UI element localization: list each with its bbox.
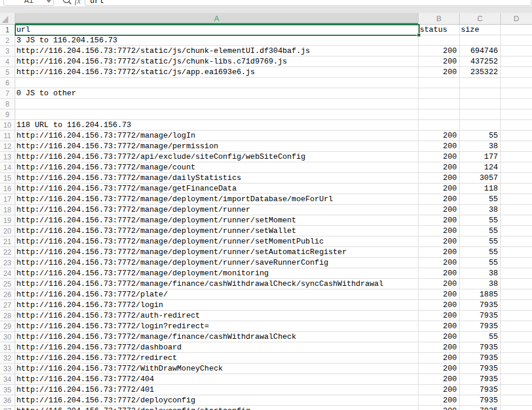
cell-size[interactable]: 1885 (460, 289, 501, 299)
cell-d[interactable] (501, 395, 532, 405)
cell-status[interactable]: 200 (419, 152, 460, 162)
cell-url[interactable]: http://116.204.156.73:7772/auth-redirect (15, 311, 419, 321)
cell-url[interactable]: http://116.204.156.73:7772/manage/deploy… (15, 205, 419, 215)
row-header[interactable]: 20 (0, 226, 15, 236)
cell-status[interactable]: 200 (419, 141, 460, 151)
cell-url[interactable] (15, 78, 419, 88)
cell-status[interactable]: status (419, 25, 460, 35)
cell-url[interactable]: http://116.204.156.73:7772/static/js/app… (15, 67, 419, 77)
column-header-b[interactable]: B (419, 13, 460, 24)
cell-d[interactable] (501, 78, 532, 88)
cell-status[interactable]: 200 (419, 215, 460, 225)
row-header[interactable]: 26 (0, 289, 15, 299)
cell-status[interactable] (419, 88, 460, 98)
cell-d[interactable] (501, 25, 532, 35)
cell-status[interactable]: 200 (419, 46, 460, 56)
cell-size[interactable]: 7935 (460, 300, 501, 310)
cell-url[interactable]: http://116.204.156.73:7772/static/js/chu… (15, 56, 419, 66)
cell-url[interactable]: http://116.204.156.73:7772/manage/deploy… (15, 215, 419, 225)
cell-url[interactable]: http://116.204.156.73:7772/manage/logIn (15, 131, 419, 141)
cell-d[interactable] (501, 205, 532, 215)
row-header[interactable]: 13 (0, 152, 15, 162)
cell-d[interactable] (501, 300, 532, 310)
cell-url[interactable]: http://116.204.156.73:7772/WithDrawMoney… (15, 364, 419, 374)
cell-d[interactable] (501, 289, 532, 299)
cell-url[interactable]: http://116.204.156.73:7772/manage/deploy… (15, 258, 419, 268)
row-header[interactable]: 31 (0, 342, 15, 352)
cell-size[interactable]: size (460, 25, 501, 35)
cell-status[interactable]: 200 (419, 395, 460, 405)
cell-status[interactable] (419, 35, 460, 45)
cell-size[interactable]: 55 (460, 215, 501, 225)
cell-size[interactable]: 55 (460, 226, 501, 236)
cell-status[interactable]: 200 (419, 364, 460, 374)
row-header[interactable]: 15 (0, 173, 15, 183)
fx-icon[interactable]: fx (75, 0, 81, 6)
cell-d[interactable] (501, 385, 532, 395)
row-header[interactable]: 27 (0, 300, 15, 310)
row-header[interactable]: 37 (0, 406, 15, 410)
cell-url[interactable]: 0 JS to other (15, 88, 419, 98)
cell-d[interactable] (501, 173, 532, 183)
cell-size[interactable]: 55 (460, 131, 501, 141)
cell-size[interactable]: 118 (460, 184, 501, 194)
cell-size[interactable]: 177 (460, 152, 501, 162)
cell-url[interactable]: http://116.204.156.73:7772/401 (15, 385, 419, 395)
cell-url[interactable]: 3 JS to 116.204.156.73 (15, 35, 419, 45)
cell-status[interactable]: 200 (419, 56, 460, 66)
cell-size[interactable]: 38 (460, 141, 501, 151)
cell-url[interactable]: http://116.204.156.73:7772/manage/count (15, 162, 419, 172)
formula-input[interactable]: url (85, 0, 531, 6)
name-box[interactable]: A1 (4, 0, 54, 6)
cell-url[interactable]: http://116.204.156.73:7772/manage/deploy… (15, 194, 419, 204)
cell-size[interactable]: 38 (460, 268, 501, 278)
row-header[interactable]: 16 (0, 184, 15, 194)
cell-size[interactable]: 55 (460, 332, 501, 342)
cell-status[interactable]: 200 (419, 406, 460, 410)
row-header[interactable]: 17 (0, 194, 15, 204)
cell-d[interactable] (501, 35, 532, 45)
cell-size[interactable]: 7935 (460, 385, 501, 395)
cell-size[interactable]: 3057 (460, 173, 501, 183)
cell-size[interactable]: 7935 (460, 311, 501, 321)
cell-url[interactable]: http://116.204.156.73:7772/manage/deploy… (15, 226, 419, 236)
cell-url[interactable]: url (15, 25, 419, 35)
row-header[interactable]: 32 (0, 353, 15, 363)
cell-url[interactable]: http://116.204.156.73:7772/manage/deploy… (15, 236, 419, 246)
row-header[interactable]: 8 (0, 99, 15, 109)
row-header[interactable]: 2 (0, 35, 15, 45)
cell-status[interactable]: 200 (419, 67, 460, 77)
row-header[interactable]: 9 (0, 109, 15, 119)
cell-url[interactable]: http://116.204.156.73:7772/manage/deploy… (15, 268, 419, 278)
cell-size[interactable]: 7935 (460, 406, 501, 410)
row-header[interactable]: 4 (0, 56, 15, 66)
cell-status[interactable]: 200 (419, 374, 460, 384)
cell-size[interactable]: 694746 (460, 46, 501, 56)
cell-d[interactable] (501, 364, 532, 374)
cell-status[interactable]: 200 (419, 258, 460, 268)
cell-size[interactable] (460, 78, 501, 88)
name-box-dropdown-icon[interactable] (46, 0, 51, 3)
cell-d[interactable] (501, 279, 532, 289)
cell-d[interactable] (501, 152, 532, 162)
cell-url[interactable]: http://116.204.156.73:7772/manage/financ… (15, 279, 419, 289)
select-all-corner[interactable] (0, 13, 15, 24)
cell-url[interactable]: http://116.204.156.73:7772/dashboard (15, 342, 419, 352)
cell-status[interactable]: 200 (419, 131, 460, 141)
cell-status[interactable]: 200 (419, 247, 460, 257)
row-header[interactable]: 34 (0, 374, 15, 384)
cell-status[interactable]: 200 (419, 289, 460, 299)
cell-d[interactable] (501, 88, 532, 98)
cell-size[interactable] (460, 109, 501, 119)
cell-status[interactable]: 200 (419, 173, 460, 183)
cell-status[interactable]: 200 (419, 300, 460, 310)
cell-size[interactable]: 235322 (460, 67, 501, 77)
cell-url[interactable] (15, 109, 419, 119)
cell-size[interactable]: 7935 (460, 395, 501, 405)
cell-size[interactable]: 55 (460, 194, 501, 204)
cell-status[interactable]: 200 (419, 184, 460, 194)
row-header[interactable]: 29 (0, 321, 15, 331)
cell-d[interactable] (501, 184, 532, 194)
row-header[interactable]: 22 (0, 247, 15, 257)
row-header[interactable]: 18 (0, 205, 15, 215)
